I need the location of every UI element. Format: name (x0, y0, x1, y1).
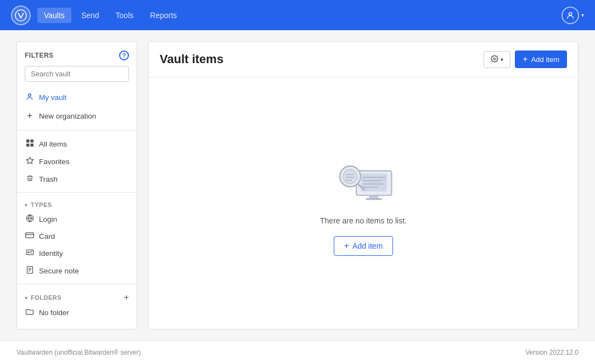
svg-point-19 (494, 58, 496, 60)
svg-rect-6 (30, 143, 33, 147)
sidebar-item-my-vault[interactable]: My vault (17, 88, 137, 107)
sidebar-item-secure-note[interactable]: Secure note (17, 262, 137, 279)
sidebar-item-trash[interactable]: Trash (17, 170, 137, 188)
nav-vaults[interactable]: Vaults (37, 8, 71, 23)
favorites-label: Favorites (39, 158, 70, 166)
sidebar-item-favorites[interactable]: Favorites (17, 153, 137, 170)
search-input[interactable] (25, 66, 129, 82)
sidebar-divider-1 (17, 130, 137, 131)
globe-icon (25, 214, 35, 224)
svg-point-0 (15, 9, 26, 20)
user-menu-chevron-icon: ▾ (581, 12, 584, 18)
folders-section-header: ▾ FOLDERS + (17, 289, 137, 304)
main-nav: Vaults Send Tools Reports (37, 8, 562, 23)
sidebar-item-card[interactable]: Card (17, 228, 137, 244)
svg-point-1 (569, 12, 571, 15)
add-item-empty-button[interactable]: + Add item (334, 236, 394, 256)
content-area: Vault items ▾ + Add item (148, 41, 579, 329)
sidebar-item-no-folder[interactable]: No folder (17, 304, 137, 321)
user-avatar-icon (562, 7, 579, 24)
empty-state: There are no items to list. + Add item (149, 77, 578, 329)
secure-note-label: Secure note (39, 267, 79, 275)
svg-rect-21 (361, 173, 387, 192)
settings-chevron-icon: ▾ (501, 57, 503, 63)
svg-point-2 (29, 94, 31, 97)
all-items-label: All items (39, 140, 67, 148)
nav-reports[interactable]: Reports (143, 8, 183, 23)
svg-rect-4 (30, 139, 33, 143)
empty-state-text: There are no items to list. (320, 216, 407, 225)
svg-point-29 (343, 170, 357, 184)
filters-title: FILTERS (25, 52, 54, 59)
trash-label: Trash (39, 175, 58, 183)
settings-button[interactable]: ▾ (484, 51, 510, 68)
empty-state-illustration (330, 150, 396, 205)
sidebar-item-all-items[interactable]: All items (17, 135, 137, 153)
types-section-title: TYPES (31, 201, 52, 208)
nav-send[interactable]: Send (75, 8, 106, 23)
sidebar-divider-2 (17, 192, 137, 193)
add-item-empty-label: Add item (352, 242, 383, 250)
sidebar: FILTERS ? My vault + New organization (16, 41, 137, 329)
footer: Vaultwarden (unofficial Bitwarden® serve… (0, 340, 595, 364)
trash-icon (25, 174, 35, 184)
svg-rect-26 (369, 195, 378, 198)
sidebar-item-identity[interactable]: Identity (17, 244, 137, 262)
svg-rect-3 (26, 139, 29, 143)
types-chevron-icon: ▾ (25, 202, 27, 208)
user-circle-icon (25, 92, 35, 103)
filters-header: FILTERS ? (17, 48, 137, 66)
gear-icon (491, 55, 498, 64)
plus-org-icon: + (25, 110, 35, 122)
svg-rect-5 (26, 143, 29, 147)
main-layout: FILTERS ? My vault + New organization (0, 30, 595, 340)
folders-section-title: FOLDERS (31, 294, 61, 301)
identity-icon (25, 248, 35, 258)
svg-rect-9 (26, 233, 34, 238)
card-icon (25, 232, 35, 240)
folder-icon (25, 308, 35, 317)
identity-label: Identity (39, 249, 63, 257)
svg-point-12 (27, 251, 29, 253)
add-item-button[interactable]: + Add item (515, 51, 567, 68)
star-icon (25, 156, 35, 166)
add-item-plus-icon: + (523, 54, 527, 64)
nav-tools[interactable]: Tools (109, 8, 141, 23)
add-folder-icon[interactable]: + (124, 293, 129, 302)
sidebar-item-login[interactable]: Login (17, 210, 137, 228)
footer-left-text: Vaultwarden (unofficial Bitwarden® serve… (16, 349, 141, 356)
help-icon[interactable]: ? (119, 51, 129, 60)
header: Vaults Send Tools Reports ▾ (0, 0, 595, 30)
footer-right-text: Version 2022.12.0 (525, 349, 579, 356)
no-folder-label: No folder (39, 309, 69, 317)
grid-icon (25, 139, 35, 149)
types-section-header[interactable]: ▾ TYPES (17, 197, 137, 210)
sidebar-item-new-org[interactable]: + New organization (17, 107, 137, 126)
folders-chevron-icon: ▾ (25, 295, 27, 301)
note-icon (25, 266, 35, 276)
svg-rect-27 (366, 198, 381, 200)
add-item-empty-plus-icon: + (344, 241, 349, 251)
add-item-label: Add item (531, 55, 559, 64)
new-org-label: New organization (39, 112, 96, 120)
user-menu[interactable]: ▾ (562, 7, 584, 24)
folders-toggle[interactable]: ▾ FOLDERS (25, 294, 61, 301)
page-title: Vault items (160, 52, 223, 66)
sidebar-divider-3 (17, 284, 137, 284)
my-vault-label: My vault (39, 93, 66, 102)
content-header: Vault items ▾ + Add item (149, 42, 578, 77)
app-logo (11, 5, 31, 25)
svg-marker-7 (26, 157, 33, 164)
card-label: Card (39, 232, 55, 240)
header-actions: ▾ + Add item (484, 51, 567, 68)
login-label: Login (39, 215, 57, 223)
